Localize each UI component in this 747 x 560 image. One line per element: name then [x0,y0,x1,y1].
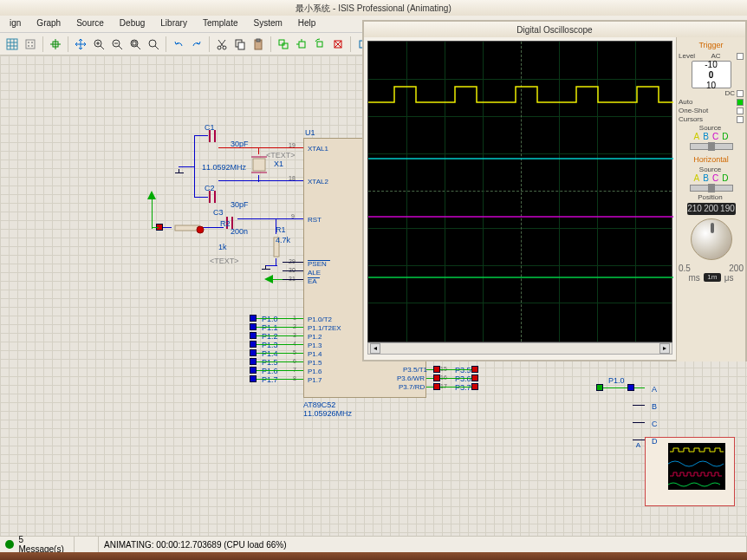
title-bar: 最小系统 - ISIS Professional (Animating) [0,0,747,16]
probe-p1-6 [250,367,257,374]
x1-ref: X1 [274,160,283,168]
auto-toggle[interactable] [737,99,744,106]
grid-icon[interactable] [3,36,21,53]
oneshot-label: One-Shot [679,107,710,114]
block-move-icon[interactable] [293,36,310,53]
svg-point-23 [149,40,156,47]
scroll-right-icon[interactable]: ▸ [659,343,670,354]
scope-title-bar[interactable]: Digital Oscilloscope [364,22,745,37]
status-messages[interactable]: 5 Message(s) [19,535,69,554]
svg-point-8 [28,45,29,47]
trig-src-a[interactable]: A [694,132,700,141]
zoom-out-icon[interactable] [108,36,126,53]
probe-p1-5 [250,358,257,365]
scope-title: Digital Oscilloscope [516,25,592,35]
pan-icon[interactable] [72,36,89,53]
cut-icon[interactable] [213,36,231,53]
copy-icon[interactable] [231,36,249,53]
menu-source[interactable]: Source [68,16,112,32]
text-ph-1: <TEXT> [266,151,296,160]
trig-src-d[interactable]: D [722,132,728,141]
probe-p1-4 [250,349,257,356]
oscilloscope-window[interactable]: Digital Oscilloscope [362,20,747,361]
u1-pin-psen: PSEN [308,260,327,268]
position-readout[interactable]: 210 200 190 [687,203,736,215]
toggle-grid-icon[interactable] [22,36,39,53]
probe-p3-6b [471,374,478,381]
level-stepper[interactable]: -10 0 10 [692,61,731,88]
button-sw[interactable] [194,224,206,238]
p1-4-l: P1.4 [308,350,322,358]
component-c2[interactable] [205,191,222,205]
probe-p3-7 [433,383,440,390]
ac-toggle[interactable] [737,53,744,60]
r1-ref: R1 [276,225,286,234]
zoom-fit-icon[interactable] [127,36,144,53]
p1-5-l: P1.5 [308,359,322,367]
menu-template[interactable]: Template [195,16,246,32]
svg-line-21 [137,46,140,49]
status-indicator-icon [5,540,14,549]
horiz-source-select[interactable]: A B C D [679,173,744,183]
scale-min: 0.5 [679,264,691,273]
scope-ch-a: A [652,385,657,394]
p1-0-l: P1.0/T2 [308,316,332,323]
u1-freq: 11.05926MHz [303,409,352,418]
scope-display[interactable] [367,41,672,342]
trig-src-c[interactable]: C [712,132,718,141]
p1-2-l: P1.2 [308,333,322,341]
svg-rect-33 [279,40,284,45]
scope-net-label: P1.0 [608,376,625,385]
paste-icon[interactable] [250,36,267,53]
menu-library[interactable]: Library [153,16,195,32]
menu-debug[interactable]: Debug [112,16,153,32]
menu-system[interactable]: System [245,16,289,32]
svg-point-7 [31,42,33,43]
scroll-left-icon[interactable]: ◂ [370,343,380,354]
instrument-oscilloscope[interactable]: A [645,437,735,506]
p1-2-net: P1.2 [262,332,278,341]
svg-rect-53 [253,159,265,171]
p1-3-l: P1.3 [308,342,322,349]
dc-toggle[interactable] [737,90,744,97]
scope-ch-d: D [652,437,658,446]
scope-h-scrollbar[interactable]: ◂ ▸ [367,342,672,355]
unit-us: μs [724,273,734,283]
horiz-src-b[interactable]: B [703,173,709,183]
svg-point-9 [31,45,33,47]
horiz-src-d[interactable]: D [722,173,728,183]
probe-p3-6 [433,374,440,381]
block-rotate-icon[interactable] [311,36,328,53]
p3-7-net: P3.7 [455,383,471,392]
window-title: 最小系统 - ISIS Professional (Animating) [296,3,451,13]
p3-5-l: P3.5/T1 [403,366,425,374]
trig-source-slider[interactable] [690,143,733,150]
horiz-src-a[interactable]: A [694,173,700,183]
horiz-source-slider[interactable] [690,185,733,192]
scope-net-term [596,384,603,391]
block-copy-icon[interactable] [275,36,292,53]
p1-7-net: P1.7 [262,375,278,384]
redo-icon[interactable] [188,36,205,53]
c2-val: 30pF [231,200,249,209]
cursors-toggle[interactable] [737,116,744,123]
timebase-readout: 1m [704,273,721,282]
timebase-knob[interactable] [691,218,732,260]
component-c1[interactable] [205,130,222,144]
center-icon[interactable] [47,36,64,53]
p1-0-net: P1.0 [262,315,278,323]
zoom-area-icon[interactable] [145,36,162,53]
menu-graph[interactable]: Graph [29,16,68,32]
zoom-in-icon[interactable] [90,36,107,53]
undo-icon[interactable] [170,36,187,53]
gnd-xtal [173,169,185,178]
horiz-src-c[interactable]: C [712,173,718,183]
menu-help[interactable]: Help [290,16,324,32]
trig-source-select[interactable]: A B C D [679,132,744,141]
oneshot-toggle[interactable] [737,107,744,114]
p1-1-net: P1.1 [262,323,278,332]
menu-design[interactable]: ign [2,16,29,32]
trig-src-b[interactable]: B [703,132,709,141]
level-val-bot: 10 [706,81,716,90]
block-delete-icon[interactable] [329,36,347,53]
